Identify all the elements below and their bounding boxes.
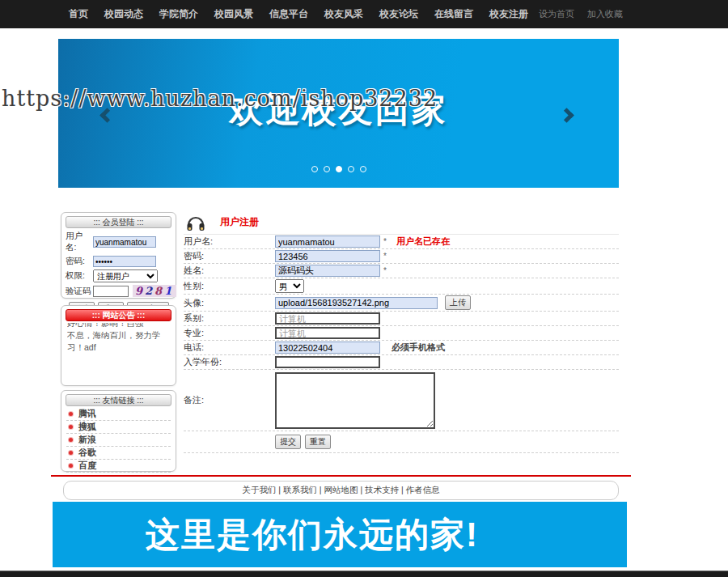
- nav-item-7[interactable]: 校友论坛: [379, 7, 418, 21]
- bullet-icon: [69, 412, 73, 416]
- login-password-input[interactable]: [93, 256, 156, 267]
- form-row-gender: 性别:男: [184, 278, 619, 295]
- nav-item-4[interactable]: 校园风景: [214, 7, 253, 21]
- login-password-label: 密码:: [66, 256, 93, 267]
- link-item-3: 新浪: [66, 434, 171, 447]
- name-required-mark: *: [383, 266, 387, 275]
- links-box-title: ::: 友情链接 :::: [66, 394, 171, 406]
- friend-link-2[interactable]: 搜狐: [78, 421, 96, 433]
- slider-dot-2[interactable]: [324, 166, 330, 172]
- password-label: 密码:: [184, 250, 275, 262]
- friend-link-list: 腾讯搜狐新浪谷歌百度: [66, 408, 171, 473]
- gender-select[interactable]: 男: [275, 279, 304, 293]
- nav-item-3[interactable]: 学院简介: [159, 7, 198, 21]
- reset-button[interactable]: 重置: [305, 435, 331, 449]
- login-username-input[interactable]: [93, 236, 156, 248]
- slider-next-icon[interactable]: [559, 108, 574, 122]
- form-row-password: 密码:*: [184, 249, 619, 264]
- phone-input[interactable]: [275, 342, 380, 354]
- avatar-label: 头像:: [184, 297, 275, 309]
- notice-box: ::: 网站公告 ::: 好心情！影响！自强 不息，海纳百川，努力学习！adf: [61, 305, 176, 386]
- form-title-row: 用户注册: [184, 210, 619, 235]
- captcha-digit-2: 2: [145, 285, 154, 297]
- bullet-icon: [69, 438, 73, 442]
- login-username-row: 用户名:: [66, 231, 171, 253]
- upload-button[interactable]: 上传: [445, 295, 471, 310]
- submit-button[interactable]: 提交: [275, 435, 301, 449]
- captcha-digit-4: 1: [164, 285, 174, 297]
- name-label: 姓名:: [184, 265, 275, 277]
- login-captcha-label: 验证码: [66, 286, 93, 297]
- friend-link-4[interactable]: 谷歌: [78, 447, 96, 459]
- password-required-mark: *: [383, 252, 387, 261]
- password-input[interactable]: [275, 250, 380, 262]
- nav-right-menu: 设为首页加入收藏: [539, 0, 636, 28]
- login-role-label: 权限:: [66, 270, 93, 282]
- form-row-remark: 备注:: [184, 370, 619, 431]
- department-label: 系别:: [184, 312, 275, 325]
- friend-link-3[interactable]: 新浪: [78, 434, 96, 446]
- nav-right-item-1[interactable]: 设为首页: [539, 8, 574, 20]
- footer-links-text[interactable]: 关于我们 | 联系我们 | 网站地图 | 技术支持 | 作者信息: [242, 485, 439, 496]
- main-menu: 首页校园动态学院简介校园风景信息平台校友风采校友论坛在线留言校友注册: [0, 7, 544, 21]
- slider-dots: [311, 166, 366, 172]
- nav-item-2[interactable]: 校园动态: [104, 7, 143, 21]
- link-item-2: 搜狐: [66, 421, 171, 434]
- nav-item-5[interactable]: 信息平台: [269, 7, 308, 21]
- link-item-5: 百度: [66, 460, 171, 473]
- username-required-mark: *: [383, 237, 387, 246]
- nav-item-6[interactable]: 校友风采: [324, 7, 363, 21]
- name-input[interactable]: [275, 265, 380, 277]
- hero-slider: 欢迎校友回家: [58, 39, 619, 188]
- phone-note: 必须手机格式: [392, 342, 445, 354]
- username-label: 用户名:: [184, 235, 275, 248]
- headphones-icon: [185, 212, 206, 232]
- remark-textarea[interactable]: [275, 372, 435, 429]
- nav-item-9[interactable]: 校友注册: [489, 7, 528, 21]
- form-row-major: 专业:: [184, 326, 619, 341]
- login-role-row: 权限: 注册用户: [66, 269, 171, 282]
- avatar-input[interactable]: [275, 297, 438, 309]
- major-input[interactable]: [275, 327, 380, 339]
- slider-dot-5[interactable]: [360, 166, 366, 172]
- bullet-icon: [69, 451, 73, 455]
- slider-dot-1[interactable]: [311, 166, 318, 172]
- department-input[interactable]: [275, 312, 380, 325]
- links-box: ::: 友情链接 ::: 腾讯搜狐新浪谷歌百度: [61, 390, 176, 472]
- form-buttons: 提交 重置: [184, 431, 619, 453]
- nav-item-8[interactable]: 在线留言: [434, 7, 473, 21]
- friend-link-1[interactable]: 腾讯: [78, 408, 96, 420]
- notice-marquee: 好心情！影响！自强 不息，海纳百川，努力学习！adf: [67, 323, 170, 375]
- login-captcha-input[interactable]: [93, 286, 129, 297]
- remark-label: 备注:: [184, 394, 275, 406]
- registration-form: 用户注册 用户名:*用户名已存在密码:*姓名:*性别:男头像:上传系别:专业:电…: [184, 210, 619, 453]
- captcha-image: 9281: [133, 285, 176, 297]
- username-input[interactable]: [275, 235, 380, 248]
- login-box: ::: 会员登陆 ::: 用户名: 密码: 权限: 注册用户 验证码 9281 …: [61, 212, 176, 299]
- form-row-phone: 电话:必须手机格式: [184, 341, 619, 355]
- enroll-year-input[interactable]: [275, 356, 380, 368]
- login-role-select[interactable]: 注册用户: [93, 269, 158, 282]
- captcha-digit-3: 8: [154, 285, 164, 297]
- notice-box-title: ::: 网站公告 :::: [66, 309, 171, 321]
- form-row-department: 系别:: [184, 312, 619, 326]
- slider-dot-3[interactable]: [336, 166, 342, 172]
- login-password-row: 密码:: [66, 256, 171, 267]
- red-divider: [51, 475, 631, 477]
- link-item-4: 谷歌: [66, 447, 171, 460]
- notice-line-1: 好心情！影响！自强: [67, 323, 170, 329]
- nav-right-item-2[interactable]: 加入收藏: [587, 8, 623, 20]
- phone-label: 电话:: [184, 342, 275, 354]
- form-row-avatar: 头像:上传: [184, 295, 619, 312]
- nav-item-1[interactable]: 首页: [69, 7, 88, 21]
- watermark-text: https://www.huzhan.com/ishop32232: [2, 86, 438, 111]
- top-nav: 首页校园动态学院简介校园风景信息平台校友风采校友论坛在线留言校友注册 设为首页加…: [0, 0, 728, 28]
- friend-link-5[interactable]: 百度: [78, 460, 96, 472]
- form-rows: 用户名:*用户名已存在密码:*姓名:*性别:男头像:上传系别:专业:电话:必须手…: [184, 235, 619, 431]
- enroll-year-label: 入学年份:: [184, 356, 275, 368]
- slider-dot-4[interactable]: [348, 166, 354, 172]
- major-label: 专业:: [184, 327, 275, 339]
- username-note: 用户名已存在: [396, 235, 450, 248]
- form-row-name: 姓名:*: [184, 264, 619, 278]
- gender-label: 性别:: [184, 280, 275, 292]
